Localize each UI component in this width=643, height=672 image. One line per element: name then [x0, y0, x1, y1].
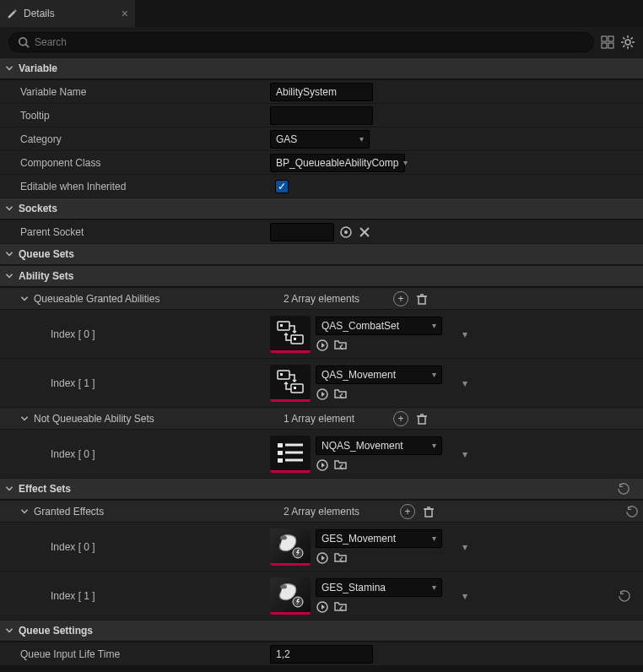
- browse-asset-icon[interactable]: [334, 458, 348, 472]
- browse-asset-icon[interactable]: [334, 339, 348, 352]
- use-selected-icon[interactable]: [316, 600, 329, 614]
- array-item-row: Index [ 1 ] GES_Stamina▾ ▾: [0, 571, 643, 620]
- clear-array-button[interactable]: [415, 292, 429, 306]
- expand-element-icon[interactable]: ▾: [462, 448, 467, 460]
- label-queue-lifetime: Queue Input Life Time: [0, 648, 262, 660]
- array-index-label: Index [ 0 ]: [0, 541, 262, 553]
- scroll-area[interactable]: Variable Variable Name Tooltip Category …: [0, 57, 643, 672]
- array-item-row: Index [ 0 ] GES_Movement▾ ▾: [0, 522, 643, 571]
- asset-thumbnail[interactable]: [270, 365, 311, 402]
- chevron-down-icon: ▾: [432, 583, 436, 592]
- section-queue-sets[interactable]: Queue Sets: [0, 243, 643, 265]
- close-icon[interactable]: ×: [122, 7, 128, 20]
- row-variable-name: Variable Name: [0, 79, 643, 103]
- use-selected-icon[interactable]: [316, 387, 329, 401]
- asset-picker[interactable]: NQAS_Movement▾: [316, 436, 442, 455]
- section-effect-sets[interactable]: Effect Sets: [0, 478, 643, 500]
- chevron-down-icon: [20, 295, 29, 303]
- tab-details[interactable]: Details ×: [0, 0, 135, 27]
- asset-name: GES_Movement: [322, 533, 396, 545]
- asset-thumbnail[interactable]: [270, 436, 311, 473]
- subsection-granted-effects[interactable]: Granted Effects 2 Array elements +: [0, 500, 643, 522]
- chevron-down-icon: ▾: [359, 134, 364, 144]
- chevron-down-icon: ▾: [432, 370, 436, 379]
- clear-array-button[interactable]: [422, 505, 435, 518]
- array-item-row: Index [ 0 ] QAS_CombatSet▾ ▾: [0, 309, 643, 358]
- chevron-down-icon: [5, 64, 14, 73]
- asset-name: NQAS_Movement: [322, 440, 403, 452]
- reset-icon[interactable]: [618, 483, 638, 495]
- row-queue-lifetime: Queue Input Life Time: [0, 642, 643, 665]
- array-summary: 1 Array element: [284, 413, 354, 425]
- tab-bar: Details ×: [0, 0, 643, 27]
- section-ability-sets[interactable]: Ability Sets: [0, 265, 643, 287]
- label-variable-name: Variable Name: [0, 86, 262, 98]
- select-component-class[interactable]: BP_QueueableAbilityComp▾: [270, 154, 405, 172]
- input-queue-lifetime[interactable]: [270, 645, 373, 664]
- search-row: [0, 27, 643, 57]
- section-title: Queue Settings: [19, 625, 93, 637]
- search-box[interactable]: [8, 32, 594, 52]
- asset-thumbnail[interactable]: [270, 528, 311, 566]
- chevron-down-icon: ▾: [432, 534, 436, 543]
- add-element-button[interactable]: +: [393, 291, 408, 306]
- pick-socket-icon[interactable]: [339, 225, 353, 239]
- search-icon: [18, 36, 30, 48]
- array-index-label: Index [ 1 ]: [0, 377, 262, 389]
- select-category[interactable]: GAS▾: [270, 130, 370, 149]
- asset-picker[interactable]: QAS_Movement▾: [316, 366, 442, 384]
- section-title: Variable: [19, 62, 57, 74]
- expand-element-icon[interactable]: ▾: [462, 590, 467, 602]
- section-title: Ability Sets: [19, 270, 73, 282]
- browse-asset-icon[interactable]: [334, 600, 348, 614]
- search-input[interactable]: [35, 36, 585, 48]
- asset-thumbnail[interactable]: [270, 577, 311, 615]
- view-options-icon[interactable]: [601, 35, 614, 49]
- use-selected-icon[interactable]: [316, 339, 329, 352]
- use-selected-icon[interactable]: [316, 551, 329, 565]
- chevron-down-icon: [5, 485, 14, 493]
- input-tooltip[interactable]: [270, 106, 373, 125]
- asset-picker[interactable]: QAS_CombatSet▾: [316, 317, 442, 335]
- input-parent-socket[interactable]: [270, 223, 334, 241]
- settings-icon[interactable]: [621, 35, 635, 49]
- expand-element-icon[interactable]: ▾: [462, 377, 467, 389]
- asset-name: GES_Stamina: [322, 582, 386, 593]
- asset-thumbnail[interactable]: [270, 316, 311, 353]
- reset-icon[interactable]: [619, 590, 630, 602]
- section-title: Effect Sets: [19, 483, 71, 495]
- reset-icon[interactable]: [626, 506, 638, 518]
- clear-array-button[interactable]: [415, 412, 429, 425]
- pen-icon: [7, 8, 19, 19]
- clear-socket-icon[interactable]: [358, 225, 371, 239]
- array-summary: 2 Array elements: [284, 506, 359, 518]
- add-element-button[interactable]: +: [400, 504, 415, 519]
- section-sockets[interactable]: Sockets: [0, 198, 643, 219]
- section-variable[interactable]: Variable: [0, 57, 643, 79]
- subsection-queueable-abilities[interactable]: Queueable Granted Abilities 2 Array elem…: [0, 287, 643, 309]
- chevron-down-icon: ▾: [403, 158, 408, 167]
- browse-asset-icon[interactable]: [334, 387, 348, 401]
- checkbox-editable-inherited[interactable]: ✓: [275, 180, 289, 193]
- label-component-class: Component Class: [0, 157, 262, 169]
- asset-picker[interactable]: GES_Stamina▾: [316, 578, 442, 597]
- add-element-button[interactable]: +: [393, 411, 408, 426]
- browse-asset-icon[interactable]: [334, 551, 348, 565]
- chevron-down-icon: [5, 204, 14, 213]
- row-component-class: Component Class BP_QueueableAbilityComp▾: [0, 150, 643, 174]
- section-title: Sockets: [19, 203, 57, 214]
- subsection-label: Granted Effects: [34, 506, 104, 518]
- use-selected-icon[interactable]: [316, 458, 329, 472]
- tab-title: Details: [24, 8, 55, 19]
- subsection-not-queueable-abilities[interactable]: Not Queueable Ability Sets 1 Array eleme…: [0, 407, 643, 429]
- label-editable-inherited: Editable when Inherited: [0, 181, 262, 192]
- expand-element-icon[interactable]: ▾: [462, 328, 467, 340]
- row-category: Category GAS▾: [0, 127, 643, 150]
- input-variable-name[interactable]: [270, 83, 373, 101]
- subsection-label: Queueable Granted Abilities: [34, 293, 159, 305]
- expand-element-icon[interactable]: ▾: [462, 541, 467, 553]
- asset-picker[interactable]: GES_Movement▾: [316, 529, 442, 548]
- chevron-down-icon: [20, 507, 29, 516]
- chevron-down-icon: [5, 250, 14, 258]
- section-queue-settings[interactable]: Queue Settings: [0, 620, 643, 642]
